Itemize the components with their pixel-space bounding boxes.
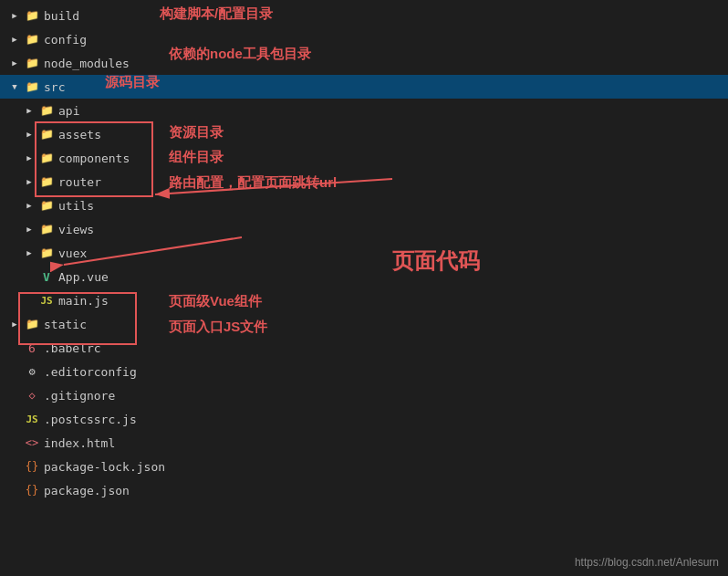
arrow-config (7, 32, 22, 47)
arrow-src (7, 79, 22, 94)
item-name-main-js: main.js (58, 294, 109, 308)
tree-item-app-vue[interactable]: V App.vue (0, 265, 728, 288)
vue-icon-app: V (38, 268, 55, 285)
item-name-gitignore: .gitignore (44, 389, 115, 403)
arrow-utils (22, 198, 36, 213)
tree-item-main-js[interactable]: JS main.js (0, 288, 728, 312)
folder-icon-views: 📁 (38, 221, 55, 237)
item-name-config: config (44, 33, 87, 47)
arrow-gitignore (7, 388, 22, 403)
item-name-components: components (58, 152, 130, 165)
arrow-app-vue (22, 269, 36, 284)
arrow-postcssrc (7, 412, 22, 426)
folder-icon-api: 📁 (38, 102, 55, 119)
folder-icon-static: 📁 (24, 316, 40, 332)
tree-item-babelrc[interactable]: 6 .babelrc (0, 336, 728, 360)
babelrc-icon: 6 (24, 340, 40, 356)
arrow-build (7, 8, 22, 23)
arrow-node-modules (7, 56, 22, 70)
item-name-package: package.json (44, 484, 130, 497)
item-name-indexhtml: index.html (44, 436, 115, 450)
watermark: https://blog.csdn.net/Anlesurn (575, 556, 719, 569)
arrow-router (22, 174, 36, 189)
folder-icon-components: 📁 (38, 150, 55, 166)
tree-item-packagelock[interactable]: {} package-lock.json (0, 455, 728, 478)
tree-item-editorconfig[interactable]: ⚙ .editorconfig (0, 360, 728, 383)
arrow-components (22, 151, 36, 165)
arrow-main-js (22, 293, 36, 308)
item-name-babelrc: .babelrc (44, 341, 101, 355)
arrow-babelrc (7, 340, 22, 355)
json-icon-lock: {} (24, 458, 40, 475)
arrow-api (22, 103, 36, 118)
json-icon-package: {} (24, 482, 40, 498)
tree-item-package[interactable]: {} package.json (0, 478, 728, 502)
item-name-build: build (44, 9, 79, 23)
folder-icon-node-modules: 📁 (24, 55, 40, 71)
item-name-utils: utils (58, 199, 94, 213)
tree-item-components[interactable]: 📁 components (0, 146, 728, 170)
item-name-editorconfig: .editorconfig (44, 365, 137, 379)
tree-item-views[interactable]: 📁 views (0, 217, 728, 241)
arrow-packagelock (7, 459, 22, 474)
item-name-src: src (44, 80, 65, 94)
arrow-indexhtml (7, 435, 22, 450)
arrow-package (7, 483, 22, 497)
folder-icon-src: 📁 (24, 79, 40, 95)
tree-item-utils[interactable]: 📁 utils (0, 194, 728, 217)
folder-icon-config: 📁 (24, 31, 40, 47)
tree-item-api[interactable]: 📁 api (0, 99, 728, 122)
folder-icon-build: 📁 (24, 7, 40, 24)
item-name-node-modules: node_modules (44, 57, 130, 70)
arrow-views (22, 222, 36, 236)
item-name-app-vue: App.vue (58, 270, 109, 284)
arrow-vuex (22, 246, 36, 260)
item-name-router: router (58, 175, 101, 189)
tree-item-router[interactable]: 📁 router (0, 170, 728, 194)
folder-icon-vuex: 📁 (38, 245, 55, 261)
tree-item-postcssrc[interactable]: JS .postcssrc.js (0, 407, 728, 431)
tree-item-src[interactable]: 📁 src (0, 75, 728, 99)
tree-item-indexhtml[interactable]: <> index.html (0, 431, 728, 455)
item-name-api: api (58, 104, 79, 118)
arrow-editorconfig (7, 364, 22, 379)
git-icon: ◇ (24, 387, 40, 403)
tree-item-assets[interactable]: 📁 assets (0, 122, 728, 146)
arrow-assets (22, 127, 36, 141)
tree-item-vuex[interactable]: 📁 vuex (0, 241, 728, 265)
js-icon-postcss: JS (24, 411, 40, 427)
tree-item-config[interactable]: 📁 config (0, 27, 728, 51)
arrow-static (7, 317, 22, 331)
tree-item-build[interactable]: 📁 build (0, 4, 728, 27)
item-name-assets: assets (58, 128, 101, 141)
tree-item-static[interactable]: 📁 static (0, 312, 728, 336)
gear-icon: ⚙ (24, 363, 40, 380)
js-icon-main: JS (38, 292, 55, 309)
folder-icon-router: 📁 (38, 173, 55, 190)
file-tree: 📁 build 📁 config 📁 node_modules 📁 src 📁 … (0, 0, 728, 506)
html-icon: <> (24, 435, 40, 451)
item-name-postcssrc: .postcssrc.js (44, 413, 137, 426)
item-name-static: static (44, 318, 87, 331)
tree-item-node-modules[interactable]: 📁 node_modules (0, 51, 728, 75)
tree-item-gitignore[interactable]: ◇ .gitignore (0, 383, 728, 407)
item-name-packagelock: package-lock.json (44, 460, 165, 474)
item-name-vuex: vuex (58, 246, 87, 260)
item-name-views: views (58, 223, 94, 236)
folder-icon-utils: 📁 (38, 197, 55, 214)
folder-icon-assets: 📁 (38, 126, 55, 142)
